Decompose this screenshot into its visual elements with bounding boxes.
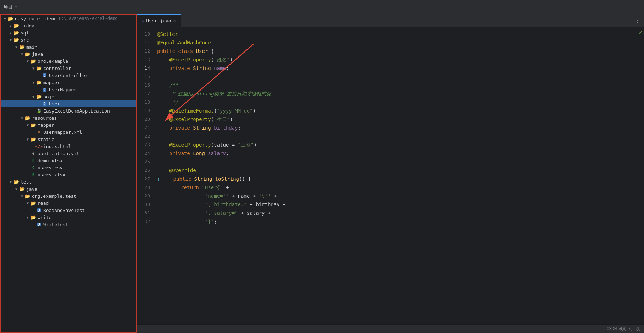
- package-icon: 📂: [25, 193, 30, 199]
- tree-arrow: [25, 200, 30, 206]
- code-line-26: @Override: [157, 166, 644, 175]
- code-line-16: /**: [157, 81, 644, 89]
- sidebar-item-UserMapper.xml[interactable]: XUserMapper.xml: [1, 129, 136, 136]
- sidebar-item-mapper-res[interactable]: 📂mapper: [1, 121, 136, 129]
- sidebar-item-label: sql: [21, 30, 29, 36]
- line-number-13: 13: [137, 55, 154, 64]
- sidebar-item-idea[interactable]: 📂.idea: [1, 22, 136, 29]
- more-tabs-button[interactable]: ⋮: [631, 14, 644, 27]
- line-number-29: 29: [137, 192, 154, 200]
- folder-icon: 📂: [30, 214, 36, 220]
- tab-user-java[interactable]: ☕ User.java ×: [137, 14, 181, 27]
- sidebar-item-label: UserMapper: [49, 87, 77, 92]
- folder-icon: 📂: [13, 179, 19, 185]
- code-line-13: @ExcelProperty("姓名"): [157, 55, 644, 64]
- tree-arrow: [25, 58, 30, 64]
- sidebar-item-label: test: [21, 179, 32, 185]
- sidebar-item-UserController[interactable]: JUserController: [1, 72, 136, 79]
- sidebar-item-UserMapper[interactable]: JUserMapper: [1, 86, 136, 93]
- java-icon: J: [36, 222, 42, 227]
- sidebar-item-label: src: [21, 37, 29, 43]
- line-number-17: 17: [137, 89, 154, 98]
- tree-arrow: [30, 65, 36, 71]
- code-content[interactable]: @Setter@EqualsAndHashCodepublic class Us…: [154, 27, 644, 324]
- sidebar-item-static[interactable]: 📂static: [1, 136, 136, 143]
- sidebar-item-java[interactable]: 📂java: [1, 50, 136, 58]
- folder-icon: 📂: [36, 65, 42, 71]
- line-number-22: 22: [137, 132, 154, 141]
- sidebar-item-EasyExcelDemoApplication[interactable]: 🍃EasyExcelDemoApplication: [1, 107, 136, 114]
- sidebar-item-label: read: [38, 201, 49, 206]
- code-line-30: ", birthdate=" + birthday +: [157, 200, 644, 209]
- code-line-23: @ExcelProperty(value = "工资"): [157, 141, 644, 149]
- sidebar-item-label: main: [26, 44, 37, 50]
- sidebar-item-pojo[interactable]: 📂pojo: [1, 93, 136, 100]
- sidebar-item-write[interactable]: 📂write: [1, 214, 136, 221]
- sidebar-item-resources[interactable]: 📂resources: [1, 114, 136, 121]
- line-number-19: 19: [137, 107, 154, 115]
- line-number-12: 12: [137, 47, 154, 55]
- editor-area: ☕ User.java × ⋮ ✓ 1011121314151617181920…: [137, 14, 644, 333]
- sidebar-item-controller[interactable]: 📂controller: [1, 65, 136, 72]
- code-line-14: private String name;: [157, 64, 644, 72]
- code-line-31: ", salary=" + salary +: [157, 209, 644, 217]
- sidebar-item-label: users.csv: [38, 165, 62, 170]
- tree-arrow: [30, 80, 36, 85]
- folder-icon: 📂: [13, 30, 19, 36]
- project-label-text: 项目: [4, 4, 13, 10]
- sidebar-item-label: pojo: [43, 94, 54, 99]
- sidebar-item-org.example.test[interactable]: 📂org.example.test: [1, 192, 136, 200]
- sidebar-item-read[interactable]: 📂read: [1, 200, 136, 207]
- sidebar-item-sql[interactable]: 📂sql: [1, 29, 136, 36]
- sidebar-item-application.yml[interactable]: ⚙application.yml: [1, 150, 136, 157]
- line-number-24: 24: [137, 149, 154, 158]
- sidebar-item-ReadAndSaveTest[interactable]: JReadAndSaveTest: [1, 207, 136, 214]
- line-numbers: 1011121314151617181920212223242526272829…: [137, 27, 154, 324]
- chevron-down-icon: ▾: [15, 5, 17, 9]
- code-line-18: */: [157, 98, 644, 107]
- line-number-28: 28: [137, 183, 154, 192]
- line-number-15: 15: [137, 72, 154, 81]
- sidebar-item-WriteTest[interactable]: JWriteTest: [1, 221, 136, 228]
- code-line-27: ↑ public String toString() {: [157, 175, 644, 183]
- code-line-22: [157, 132, 644, 141]
- project-label[interactable]: 项目 ▾: [4, 4, 17, 10]
- tree-arrow: [8, 37, 13, 43]
- sidebar-item-label: EasyExcelDemoApplication: [43, 108, 110, 114]
- sidebar-item-main[interactable]: 📂main: [1, 43, 136, 50]
- sidebar-item-users.csv[interactable]: Cusers.csv: [1, 164, 136, 171]
- sidebar-item-users.xlsx[interactable]: Eusers.xlsx: [1, 171, 136, 178]
- sidebar-item-label: demo.xlsx: [38, 158, 62, 163]
- sidebar-item-label: users.xlsx: [38, 172, 65, 178]
- sidebar-item-org.example[interactable]: 📂org.example: [1, 58, 136, 65]
- folder-icon: 📂: [30, 122, 36, 128]
- folder-icon: 📂: [25, 115, 30, 121]
- status-bar: CSDN @某 可 以: [137, 324, 644, 333]
- sidebar-item-label: application.yml: [38, 151, 79, 156]
- sidebar-item-label: org.example: [38, 59, 68, 64]
- tree-arrow: [19, 51, 25, 57]
- sidebar-item-test[interactable]: 📂test: [1, 178, 136, 185]
- tree-arrow: [8, 30, 13, 36]
- xlsx-icon: E: [30, 158, 36, 163]
- line-number-32: 32: [137, 217, 154, 226]
- java-icon: J: [36, 207, 42, 213]
- sidebar-item-label: UserMapper.xml: [43, 130, 82, 135]
- code-line-32: '}';: [157, 217, 644, 226]
- sidebar-item-mapper[interactable]: 📂mapper: [1, 79, 136, 86]
- sidebar-item-easy-excel-demo[interactable]: 📂easy-excel-demoF:\Java\easy-excel-demo: [1, 15, 136, 22]
- tab-close-icon[interactable]: ×: [173, 18, 176, 23]
- sidebar-item-test-java[interactable]: 📂java: [1, 185, 136, 192]
- tree-arrow: [8, 179, 13, 185]
- sidebar-item-User[interactable]: JUser: [1, 100, 136, 107]
- sidebar-item-label: UserController: [49, 73, 88, 78]
- tree-arrow: [25, 122, 30, 128]
- sidebar-item-label: User: [49, 101, 60, 107]
- sidebar-item-src[interactable]: 📂src: [1, 36, 136, 43]
- sidebar-item-demo.xlsx[interactable]: Edemo.xlsx: [1, 157, 136, 164]
- sidebar-item-label: org.example.test: [32, 193, 76, 199]
- tree-arrow: [19, 115, 25, 121]
- tree-arrow: [2, 16, 8, 21]
- sidebar-item-index.html[interactable]: </>index.html: [1, 143, 136, 150]
- tree-arrow: [25, 214, 30, 220]
